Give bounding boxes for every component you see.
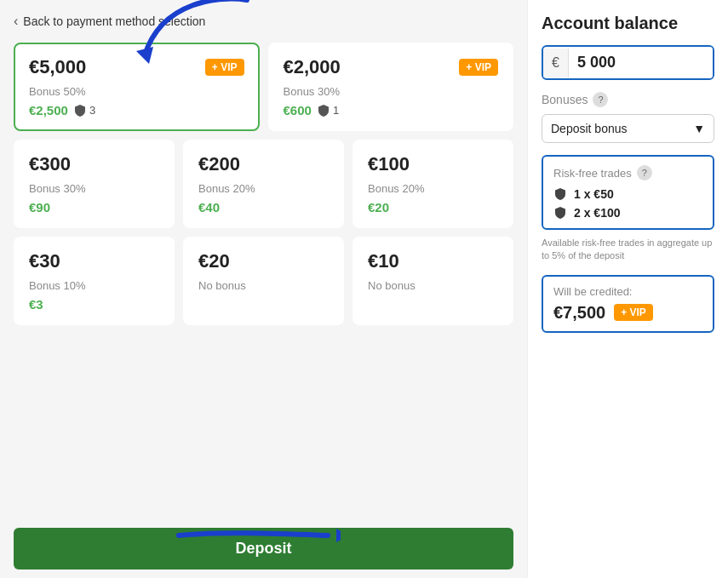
bonus-amount-100: €20 — [368, 200, 389, 215]
shield-count-2000: 1 — [317, 104, 339, 117]
bonus-amount-5000: €2,500 — [29, 103, 68, 117]
chevron-left-icon: ‹ — [14, 14, 18, 29]
deposit-card-20[interactable]: €20 No bonus — [183, 237, 344, 325]
risk-free-title: Risk-free trades — [553, 167, 632, 180]
currency-symbol: € — [543, 49, 569, 77]
bonus-amount-2000: €600 — [284, 103, 312, 117]
risk-free-box: Risk-free trades ? 1 x €50 2 x €100 — [542, 155, 714, 230]
risk-free-text-2: 2 x €100 — [574, 206, 621, 220]
back-link[interactable]: ‹ Back to payment method selection — [14, 14, 513, 29]
bonus-amount-300: €90 — [29, 200, 50, 215]
card-amount-30: €30 — [29, 250, 60, 272]
card-amount-200: €200 — [198, 153, 240, 175]
card-amount-5000: €5,000 — [29, 56, 86, 78]
balance-input[interactable] — [569, 47, 713, 78]
deposit-button-area: Deposit — [0, 519, 527, 578]
bonuses-help-icon[interactable]: ? — [593, 92, 608, 107]
shield-icon-rf1 — [553, 187, 567, 201]
bonus-label-100: Bonus 20% — [368, 182, 498, 195]
deposit-card-100[interactable]: €100 Bonus 20% €20 — [353, 140, 513, 228]
risk-free-note: Available risk-free trades in aggregate … — [542, 237, 714, 263]
risk-free-help-icon[interactable]: ? — [637, 165, 652, 180]
card-amount-2000: €2,000 — [284, 56, 341, 78]
deposit-card-30[interactable]: €30 Bonus 10% €3 — [14, 237, 175, 325]
credit-box: Will be credited: €7,500 + VIP — [542, 275, 714, 333]
bonus-label-30: Bonus 10% — [29, 279, 159, 292]
bonus-amount-200: €40 — [198, 200, 220, 215]
bonuses-row: Bonuses ? — [542, 92, 714, 107]
deposit-row-3: €30 Bonus 10% €3 €20 No bonus €10 No bon… — [14, 237, 513, 325]
deposit-row-2: €300 Bonus 30% €90 €200 Bonus 20% €40 €1… — [14, 140, 513, 228]
bonus-amount-30: €3 — [29, 297, 43, 312]
bonus-label-300: Bonus 30% — [29, 182, 159, 195]
dropdown-arrow-icon: ▼ — [693, 122, 705, 135]
right-panel: Account balance € Bonuses ? Deposit bonu… — [527, 0, 728, 578]
risk-free-text-1: 1 x €50 — [574, 187, 614, 201]
shield-icon-2 — [317, 104, 330, 117]
bonuses-label: Bonuses — [542, 93, 588, 106]
risk-free-item-1: 1 x €50 — [553, 187, 702, 201]
bonus-label-200: Bonus 20% — [198, 182, 329, 195]
bonus-label-2000: Bonus 30% — [284, 85, 499, 98]
deposit-card-10[interactable]: €10 No bonus — [353, 237, 513, 325]
card-amount-10: €10 — [368, 250, 399, 272]
bonus-label-20: No bonus — [198, 279, 329, 292]
deposit-card-5000[interactable]: €5,000 + VIP Bonus 50% €2,500 3 — [14, 43, 260, 131]
card-amount-300: €300 — [29, 153, 71, 175]
deposit-button[interactable]: Deposit — [14, 528, 513, 569]
balance-box: € — [542, 45, 714, 80]
vip-badge-5000: + VIP — [205, 59, 244, 76]
deposit-card-300[interactable]: €300 Bonus 30% €90 — [14, 140, 175, 228]
credit-vip-badge: + VIP — [614, 304, 653, 321]
bonus-dropdown-label: Deposit bonus — [551, 122, 628, 135]
deposit-row-1: €5,000 + VIP Bonus 50% €2,500 3 — [14, 43, 513, 131]
bonus-label-5000: Bonus 50% — [29, 85, 244, 98]
bonus-label-10: No bonus — [368, 279, 498, 292]
credit-label: Will be credited: — [553, 285, 702, 298]
shield-icon-rf2 — [553, 206, 567, 220]
shield-icon — [73, 104, 87, 117]
bonus-dropdown[interactable]: Deposit bonus ▼ — [542, 114, 714, 143]
account-balance-title: Account balance — [542, 14, 714, 33]
shield-count-5000: 3 — [73, 104, 95, 117]
back-link-label: Back to payment method selection — [23, 14, 205, 28]
credit-amount: €7,500 — [553, 303, 605, 323]
vip-badge-2000: + VIP — [459, 59, 498, 76]
risk-free-item-2: 2 x €100 — [553, 206, 702, 220]
deposit-card-200[interactable]: €200 Bonus 20% €40 — [183, 140, 344, 228]
card-amount-20: €20 — [198, 250, 230, 272]
card-amount-100: €100 — [368, 153, 410, 175]
deposit-card-2000[interactable]: €2,000 + VIP Bonus 30% €600 1 — [268, 43, 514, 131]
